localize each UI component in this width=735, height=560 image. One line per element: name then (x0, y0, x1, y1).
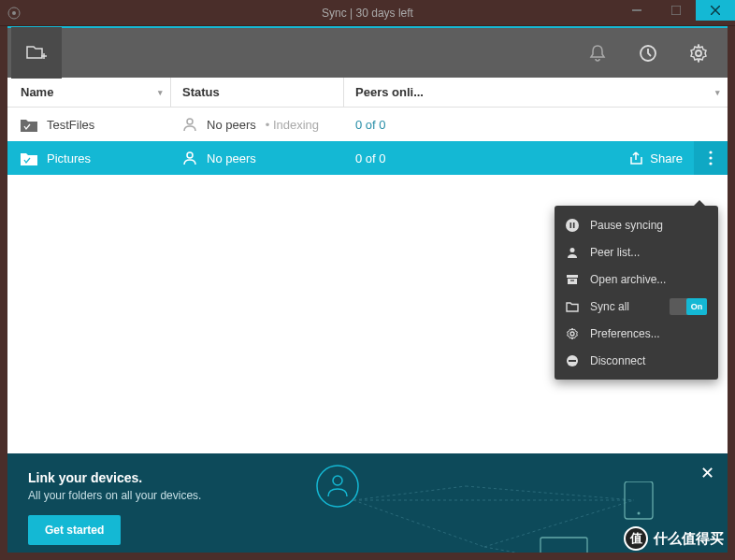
menu-pause-syncing[interactable]: Pause syncing (555, 211, 718, 238)
share-button[interactable]: Share (619, 141, 694, 175)
folder-icon (566, 300, 579, 313)
svg-rect-24 (569, 360, 576, 362)
svg-point-15 (566, 219, 579, 232)
svg-point-22 (570, 332, 574, 336)
person-icon (182, 151, 197, 165)
watermark-text: 什么值得买 (654, 530, 724, 548)
menu-peer-list[interactable]: Peer list... (555, 238, 718, 266)
svg-line-30 (466, 486, 634, 500)
dots-vertical-icon (709, 151, 713, 165)
svg-point-34 (638, 512, 641, 515)
svg-point-11 (187, 152, 193, 158)
history-button[interactable] (623, 27, 673, 79)
menu-label: Pause syncing (590, 219, 663, 232)
menu-label: Disconnect (590, 354, 645, 367)
svg-line-27 (353, 486, 466, 500)
header-name-label: Name (21, 85, 53, 99)
menu-label: Preferences... (590, 327, 660, 340)
person-icon (182, 117, 197, 132)
status-extra: • Indexing (266, 118, 319, 132)
header-peers[interactable]: Peers onli...▾ (344, 78, 728, 107)
person-icon (566, 246, 579, 259)
header-status-label: Status (182, 85, 220, 99)
menu-label: Sync all (590, 300, 629, 313)
status-text: No peers (207, 118, 256, 132)
svg-rect-2 (632, 9, 641, 11)
toggle-state: On (686, 298, 707, 315)
add-folder-button[interactable] (11, 27, 62, 79)
banner-close-button[interactable]: ✕ (700, 463, 714, 483)
window-controls (617, 0, 735, 21)
svg-line-32 (484, 547, 578, 553)
menu-sync-all[interactable]: Sync all On (555, 293, 718, 320)
share-label: Share (650, 151, 683, 165)
sort-arrow-icon: ▾ (715, 88, 720, 97)
svg-rect-17 (573, 223, 575, 228)
sync-all-toggle[interactable]: On (670, 298, 707, 315)
get-started-button[interactable]: Get started (28, 515, 121, 545)
menu-disconnect[interactable]: Disconnect (555, 347, 718, 374)
svg-rect-35 (540, 538, 587, 553)
peers-count: 0 of 0 (344, 118, 438, 132)
menu-label: Peer list... (590, 246, 640, 259)
svg-point-18 (570, 248, 575, 252)
watermark: 值 什么值得买 (624, 526, 724, 551)
folder-icon (21, 151, 37, 165)
column-headers: Name▾ Status Peers onli...▾ (7, 78, 728, 108)
status-text: No peers (207, 151, 256, 165)
folder-row[interactable]: TestFiles No peers • Indexing 0 of 0 (7, 108, 728, 141)
svg-point-25 (317, 466, 358, 507)
app-window: Sync | 30 days left Name▾ Status (0, 0, 735, 560)
sort-arrow-icon: ▾ (158, 88, 163, 97)
svg-line-28 (353, 500, 484, 547)
header-peers-label: Peers onli... (355, 85, 424, 99)
folder-name: TestFiles (47, 118, 94, 132)
menu-label: Open archive... (590, 273, 666, 286)
pause-icon (566, 219, 579, 232)
app-icon (7, 7, 21, 20)
svg-rect-3 (671, 6, 681, 15)
svg-rect-20 (568, 279, 577, 284)
svg-rect-16 (570, 223, 572, 228)
toolbar (7, 26, 728, 78)
close-button[interactable] (696, 0, 735, 21)
svg-rect-19 (567, 275, 578, 278)
link-devices-banner: Link your devices. All your folders on a… (7, 453, 728, 553)
svg-point-26 (333, 476, 342, 485)
maximize-button[interactable] (656, 0, 696, 21)
menu-preferences[interactable]: Preferences... (555, 320, 718, 347)
settings-button[interactable] (673, 27, 724, 79)
share-icon (630, 151, 644, 165)
content-area: Name▾ Status Peers onli...▾ TestFiles No… (7, 26, 728, 553)
svg-point-9 (696, 50, 701, 56)
watermark-badge-icon: 值 (624, 526, 648, 551)
svg-point-1 (12, 11, 16, 15)
header-name[interactable]: Name▾ (7, 78, 171, 107)
header-status[interactable]: Status (171, 78, 344, 107)
more-button[interactable] (694, 141, 728, 175)
svg-rect-21 (570, 280, 574, 280)
svg-point-14 (709, 162, 712, 165)
titlebar: Sync | 30 days left (0, 0, 735, 26)
svg-line-31 (484, 500, 634, 547)
folder-row[interactable]: Pictures No peers 0 of 0 Share (7, 141, 728, 175)
context-menu: Pause syncing Peer list... Open archive.… (555, 206, 718, 380)
folder-icon (21, 118, 37, 132)
svg-point-12 (709, 151, 712, 153)
peers-count: 0 of 0 (344, 151, 438, 165)
minimize-button[interactable] (617, 0, 656, 21)
close-icon: ✕ (700, 464, 714, 482)
archive-icon (566, 273, 579, 286)
gear-icon (566, 327, 579, 340)
menu-open-archive[interactable]: Open archive... (555, 266, 718, 293)
svg-point-10 (187, 119, 193, 124)
notifications-button[interactable] (572, 27, 623, 79)
svg-point-13 (709, 156, 712, 159)
disconnect-icon (566, 354, 579, 367)
folder-name: Pictures (47, 151, 91, 165)
